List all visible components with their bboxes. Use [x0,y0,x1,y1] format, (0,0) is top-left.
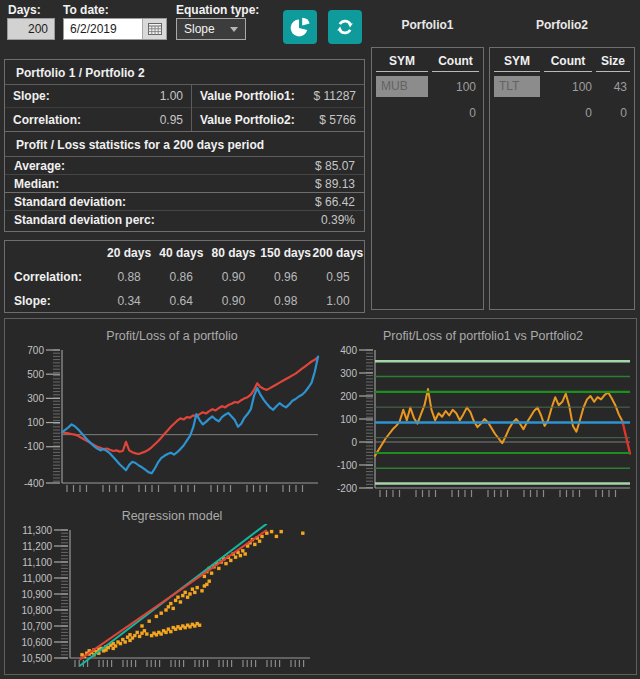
svg-text:0: 0 [351,437,357,448]
chart-portfolio1-vs-portfolio2: 4003002001000-100-200 [330,344,636,504]
svg-text:300: 300 [27,393,44,404]
svg-text:10,900: 10,900 [21,589,52,600]
table-row: MUB 100 [372,72,483,98]
p2-col-count: Count [544,54,592,72]
slope-20: 0.34 [103,289,155,313]
slope-label: Slope: [13,89,160,103]
stat-row: Average:$ 85.07 [5,157,364,175]
pie-chart-button[interactable] [283,10,317,44]
slope-40: 0.64 [155,289,207,313]
stats-title: Portfolio 1 / Portfolio 2 [5,60,364,85]
equation-type-label: Equation type: [176,3,259,17]
row-correlation-label: Correlation: [5,265,103,289]
portfolio1-panel: SYM Count MUB 100 0 [371,47,484,310]
slope-value: 1.00 [160,89,183,103]
slope-80: 0.90 [207,289,259,313]
correlation-label: Correlation: [13,113,160,127]
slope-200: 1.00 [312,289,364,313]
stddev-label: Standard deviation: [14,195,315,209]
equation-type-dropdown[interactable]: Slope [176,18,246,40]
svg-text:700: 700 [27,345,44,356]
svg-text:-200: -200 [337,483,357,494]
stat-row: Standard deviation perc:0.39% [5,211,364,229]
col-200-days: 200 days [312,241,364,265]
value-portfolio2: $ 5766 [319,113,356,127]
calendar-button[interactable] [142,19,166,39]
svg-text:-100: -100 [337,460,357,471]
portfolio2-panel: SYM Count Size TLT 100 43 0 0 [489,47,635,310]
table-row: TLT 100 43 [490,72,634,98]
corr-150: 0.96 [260,265,312,289]
svg-text:10,800: 10,800 [21,605,52,616]
corr-80: 0.90 [207,265,259,289]
svg-text:11,100: 11,100 [22,557,52,568]
median-label: Median: [14,177,315,191]
row-slope-label: Slope: [5,289,103,313]
col-150-days: 150 days [260,241,312,265]
p2-size-cell: 0 [596,106,630,120]
stddev-value: $ 66.42 [315,195,355,209]
p2-col-sym: SYM [494,54,540,72]
slope-150: 0.98 [260,289,312,313]
days-label: Days: [8,3,41,17]
stddev-perc-label: Standard deviation perc: [14,213,321,227]
chart3-title: Regression model [14,509,330,523]
col-20-days: 20 days [103,241,155,265]
col-80-days: 80 days [207,241,259,265]
pl-stats-title: Profit / Loss statistics for a 200 days … [5,132,364,157]
refresh-icon [333,15,357,39]
chevron-down-icon [230,27,238,32]
p1-col-count: Count [432,54,479,72]
svg-text:11,200: 11,200 [22,541,52,552]
date-picker[interactable]: 6/2/2019 [63,18,167,40]
svg-text:11,300: 11,300 [22,525,52,536]
p2-count-cell: 0 [544,106,592,120]
portfolio-analyzer-window: { "accent": "#0f9b9b", "toolbar": { "day… [0,0,640,679]
p2-size-cell: 43 [596,80,630,94]
value-portfolio1: $ 11287 [314,89,357,103]
svg-text:-100: -100 [24,441,44,452]
corr-200: 0.95 [312,265,364,289]
days-input[interactable]: 200 [7,18,55,40]
value-portfolio2-label: Value Portfolio2: [200,113,319,127]
corr-40: 0.86 [155,265,207,289]
median-value: $ 89.13 [315,177,355,191]
p1-count-cell: 100 [432,80,479,94]
svg-text:100: 100 [27,417,44,428]
col-40-days: 40 days [155,241,207,265]
table-row: 0 0 [490,98,634,124]
stat-row: Median:$ 89.13 [5,175,364,193]
chart2-title: Profit/Loss of portfolio1 vs Portfolio2 [330,329,636,343]
table-row: 0 [372,98,483,124]
svg-text:10,500: 10,500 [21,653,52,664]
svg-text:200: 200 [340,391,357,402]
corr-20: 0.88 [103,265,155,289]
svg-text:300: 300 [340,368,357,379]
calendar-icon [148,23,162,35]
svg-text:500: 500 [27,369,44,380]
svg-text:11,000: 11,000 [22,573,52,584]
portfolio2-title: Porfolio2 [489,18,635,32]
refresh-button[interactable] [328,10,362,44]
p2-col-size: Size [596,54,630,72]
value-portfolio1-label: Value Portfolio1: [200,89,314,103]
svg-text:10,600: 10,600 [21,637,52,648]
periods-table-panel: 20 days 40 days 80 days 150 days 200 day… [4,240,365,313]
average-label: Average: [14,159,315,173]
svg-text:100: 100 [340,414,357,425]
stats-panel: Portfolio 1 / Portfolio 2 Slope:1.00 Cor… [4,59,365,232]
svg-text:400: 400 [340,345,357,356]
p1-sym-cell[interactable]: MUB [376,76,428,97]
pie-chart-icon [288,15,312,39]
chart-profit-loss-portfolio: 700500300100-100-400 [14,344,330,500]
average-value: $ 85.07 [315,159,355,173]
date-value[interactable]: 6/2/2019 [64,22,142,36]
to-date-label: To date: [63,3,109,17]
p2-sym-cell[interactable]: TLT [494,76,540,97]
svg-text:10,700: 10,700 [21,621,52,632]
p1-count-cell: 0 [432,106,479,120]
stat-row: Standard deviation:$ 66.42 [5,193,364,211]
chart-regression-model: 11,30011,20011,10011,00010,90010,80010,7… [14,524,330,674]
equation-type-value: Slope [177,22,230,36]
svg-text:-400: -400 [24,478,44,489]
